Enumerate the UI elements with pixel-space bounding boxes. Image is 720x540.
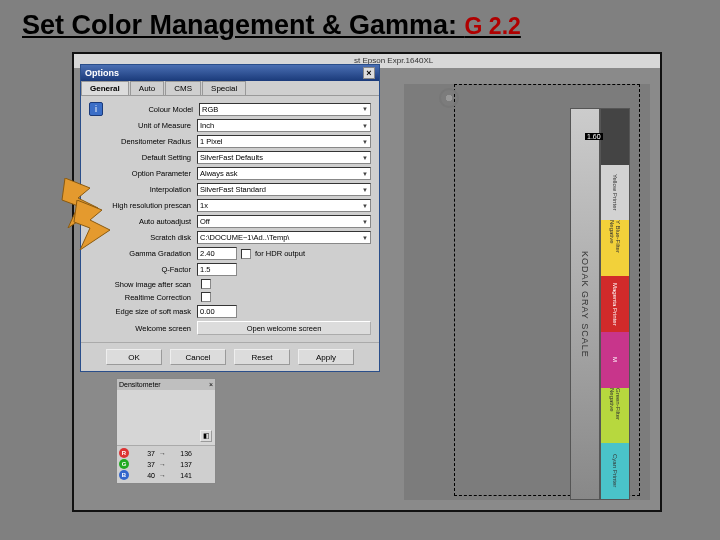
interp-label: Interpolation [89,185,197,194]
gray-scale-label: KODAK GRAY SCALE [570,108,600,500]
dens-radius-select[interactable]: 1 Pixel▼ [197,135,371,148]
color-model-select[interactable]: RGB▼ [199,103,371,116]
realtime-label: Realtime Correction [89,293,197,302]
colorbar-yellowprinter: Yellow Printer [601,165,629,221]
hires-label: High resolution prescan [89,201,197,210]
dialog-body: i Colour Model RGB▼ Unit of Measure Inch… [81,96,379,342]
chevron-down-icon: ▼ [362,219,368,225]
chevron-down-icon: ▼ [362,155,368,161]
default-setting-label: Default Setting [89,153,197,162]
screenshot-frame: st Epson Expr.1640XL KODAK GRAY SCALE 1.… [72,52,662,512]
option-param-select[interactable]: Always ask▼ [197,167,371,180]
dialog-button-row: OK Cancel Reset Apply [81,342,379,371]
color-bars: 1.60 Yellow Printer Y Blue-Filter Negati… [600,108,630,500]
chevron-down-icon: ▼ [362,187,368,193]
qfactor-input[interactable]: 1.5 [197,263,237,276]
arrow-right-icon: → [159,461,166,468]
ok-button[interactable]: OK [106,349,162,365]
densitometer-panel[interactable]: Densitometer × ◧ R 37 → 136 G 37 → 137 B… [116,378,216,484]
cancel-button[interactable]: Cancel [170,349,226,365]
channel-r-icon: R [119,448,129,458]
gamma-input[interactable]: 2.40 [197,247,237,260]
arrow-right-icon: → [159,450,166,457]
qfactor-label: Q-Factor [89,265,197,274]
default-setting-select[interactable]: SilverFast Defaults▼ [197,151,371,164]
scan-preview-area: KODAK GRAY SCALE 1.60 Yellow Printer Y B… [404,84,650,500]
scratch-select[interactable]: C:\DOCUME~1\Ad..\Temp\▼ [197,231,371,244]
welcome-label: Welcome screen [89,324,197,333]
reset-button[interactable]: Reset [234,349,290,365]
colorbar-green: Green-Filter Negative [601,388,629,444]
dialog-titlebar[interactable]: Options × [81,65,379,81]
arrow-right-icon: → [159,472,166,479]
colorbar-magenta: M [601,332,629,388]
auto-select[interactable]: Off▼ [197,215,371,228]
tab-general[interactable]: General [81,81,129,95]
chevron-down-icon: ▼ [362,123,368,129]
panel-close-icon[interactable]: × [209,381,213,388]
colorbar-black: 1.60 [601,109,629,165]
close-icon[interactable]: × [363,67,375,79]
dens-radius-label: Densitometer Radius [89,137,197,146]
kodak-calibration-strip: KODAK GRAY SCALE 1.60 Yellow Printer Y B… [570,108,630,500]
interp-select[interactable]: SilverFast Standard▼ [197,183,371,196]
channel-g-icon: G [119,459,129,469]
scratch-label: Scratch disk [89,233,197,242]
unit-select[interactable]: Inch▼ [197,119,371,132]
dialog-title: Options [85,68,119,78]
info-icon[interactable]: i [89,102,103,116]
tab-auto[interactable]: Auto [130,81,164,95]
color-model-label: Colour Model [107,105,199,114]
softmask-input[interactable]: 0.00 [197,305,237,318]
registration-target-icon [439,88,459,108]
showafter-checkbox[interactable] [201,279,211,289]
title-main: Set Color Management & Gamma: [22,10,465,40]
unit-label: Unit of Measure [89,121,197,130]
gamma-hdr-label: for HDR output [255,249,305,258]
colorbar-yellow: Y Blue-Filter Negative [601,220,629,276]
auto-label: Auto autoadjust [89,217,197,226]
page-title: Set Color Management & Gamma: G 2.2 [22,10,521,41]
densi-row-g: G 37 → 137 [119,459,213,469]
colorbar-cyan: Cyan Printer [601,443,629,499]
chevron-down-icon: ▼ [362,106,368,112]
title-gamma: G 2.2 [465,13,521,39]
chevron-down-icon: ▼ [362,203,368,209]
densitometer-header[interactable]: Densitometer × [117,379,215,390]
chevron-down-icon: ▼ [362,171,368,177]
apply-button[interactable]: Apply [298,349,354,365]
dialog-tabs: General Auto CMS Special [81,81,379,96]
tab-cms[interactable]: CMS [165,81,201,95]
hires-select[interactable]: 1x▼ [197,199,371,212]
channel-b-icon: B [119,470,129,480]
densitometer-tool-button[interactable]: ◧ [200,430,212,442]
options-dialog: Options × General Auto CMS Special i Col… [80,64,380,372]
option-param-label: Option Parameter [89,169,197,178]
colorbar-red: Magenta Printer [601,276,629,332]
densitometer-values: R 37 → 136 G 37 → 137 B 40 → 141 [117,446,215,483]
welcome-button[interactable]: Open welcome screen [197,321,371,335]
chevron-down-icon: ▼ [362,235,368,241]
densitometer-preview: ◧ [117,390,215,446]
tab-special[interactable]: Special [202,81,246,95]
densi-row-b: B 40 → 141 [119,470,213,480]
gamma-label: Gamma Gradation [89,249,197,258]
softmask-label: Edge size of soft mask [89,307,197,316]
chevron-down-icon: ▼ [362,139,368,145]
gamma-hdr-checkbox[interactable] [241,249,251,259]
realtime-checkbox[interactable] [201,292,211,302]
densi-row-r: R 37 → 136 [119,448,213,458]
showafter-label: Show image after scan [89,280,197,289]
